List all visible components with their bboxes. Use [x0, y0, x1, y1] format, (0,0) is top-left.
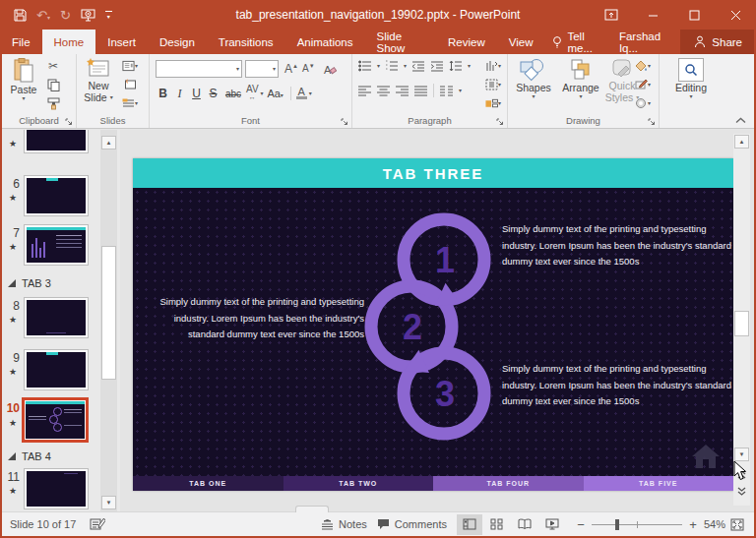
increase-indent-button[interactable] [430, 60, 444, 72]
numbering-button[interactable] [385, 60, 399, 72]
arrange-button[interactable]: Arrange ▾ [557, 58, 604, 99]
ribbon-display-options-button[interactable] [591, 0, 632, 30]
bold-button[interactable]: B [156, 87, 170, 100]
italic-button[interactable]: I [172, 87, 187, 101]
copy-button[interactable] [45, 77, 61, 92]
align-center-button[interactable] [377, 86, 390, 96]
change-case-button[interactable]: Aa▾ [266, 88, 285, 99]
increase-font-size-button[interactable]: A▲ [284, 62, 298, 76]
tab-design[interactable]: Design [148, 30, 207, 54]
minimize-button[interactable] [632, 0, 673, 30]
share-button[interactable]: Share [680, 30, 756, 54]
slide-thumbnail-11[interactable] [24, 468, 89, 509]
scrollbar-thumb[interactable] [734, 311, 749, 336]
scroll-up-button[interactable]: ▲ [101, 136, 116, 149]
close-button[interactable] [715, 0, 756, 30]
tab-insert[interactable]: Insert [95, 30, 148, 54]
subscript-abc-button[interactable]: abc [222, 89, 244, 99]
shapes-button[interactable]: Shapes ▾ [512, 58, 555, 99]
collapse-ribbon-button[interactable] [735, 117, 746, 124]
font-color-button[interactable]: A [296, 88, 307, 99]
section-header-tab4[interactable]: TAB 4 [8, 450, 51, 462]
slide-thumbnail-6[interactable] [24, 175, 89, 216]
tab-view[interactable]: View [497, 30, 545, 54]
columns-button[interactable] [440, 86, 453, 96]
section-button[interactable]: ▾ [122, 95, 138, 111]
start-from-beginning-icon[interactable] [81, 9, 95, 22]
slide-thumbnail-7[interactable] [24, 224, 89, 266]
slide-thumbnail-5[interactable] [24, 130, 89, 153]
zoom-slider[interactable] [592, 517, 682, 531]
decrease-font-size-button[interactable]: A▼ [302, 63, 315, 74]
tab-home[interactable]: Home [42, 30, 96, 54]
section-header-tab3[interactable]: TAB 3 [8, 277, 51, 289]
zoom-level[interactable]: 54% [704, 518, 725, 530]
tab-slide-show[interactable]: Slide Show [365, 30, 437, 54]
tab-review[interactable]: Review [436, 30, 497, 54]
slide-show-button[interactable] [539, 514, 565, 535]
zoom-slider-thumb[interactable] [615, 519, 619, 530]
editing-button[interactable]: Editing ▾ [669, 58, 713, 99]
undo-icon[interactable]: ↶▾ [36, 8, 50, 23]
redo-icon[interactable]: ↻ [60, 8, 71, 23]
footer-tab-one[interactable]: TAB ONE [133, 476, 284, 491]
character-spacing-button[interactable]: AV↔ [246, 86, 259, 101]
font-dialog-launcher[interactable] [341, 118, 348, 126]
underline-button[interactable]: U [189, 87, 204, 100]
align-text-button[interactable]: ▾ [485, 77, 501, 92]
save-icon[interactable] [14, 9, 27, 22]
format-painter-button[interactable] [45, 95, 61, 111]
slide-sorter-view-button[interactable] [484, 514, 510, 535]
slide-indicator[interactable]: Slide 10 of 17 [10, 518, 76, 530]
strikethrough-button[interactable]: S [206, 87, 220, 100]
shape-fill-button[interactable]: ▾ [631, 58, 655, 74]
scrollbar-thumb[interactable] [101, 246, 116, 380]
align-left-button[interactable] [358, 86, 371, 96]
step-3-text[interactable]: Simply dummy text of the printing and ty… [502, 361, 733, 410]
step-2-text[interactable]: Simply dummy text of the printing and ty… [148, 294, 364, 343]
font-name-combobox[interactable]: ▾ [156, 60, 242, 78]
normal-view-button[interactable] [457, 514, 482, 535]
step-1-text[interactable]: Simply dummy text of the printing and ty… [502, 221, 733, 270]
spell-check-icon[interactable] [90, 517, 105, 531]
slide-title-bar[interactable]: TAB THREE [133, 158, 733, 188]
drawing-dialog-launcher[interactable] [648, 118, 656, 126]
zoom-out-button[interactable]: − [575, 517, 587, 532]
shape-effects-button[interactable]: ▾ [631, 95, 655, 111]
tell-me-box[interactable]: Tell me... [544, 30, 610, 54]
new-slide-button[interactable]: New Slide▾ [79, 58, 118, 103]
convert-to-smartart-button[interactable]: ▾ [485, 95, 501, 111]
maximize-button[interactable] [673, 0, 715, 30]
scroll-up-button[interactable]: ▲ [734, 135, 749, 149]
clear-formatting-button[interactable]: A [323, 63, 337, 76]
bullets-button[interactable] [358, 60, 372, 72]
slide-thumbnail-9[interactable] [24, 349, 89, 390]
shape-outline-button[interactable]: ▾ [631, 77, 655, 92]
align-right-button[interactable] [396, 86, 409, 96]
reading-view-button[interactable] [512, 514, 537, 535]
decrease-indent-button[interactable] [411, 60, 425, 72]
splitter-handle[interactable] [295, 506, 329, 512]
tab-file[interactable]: File [0, 30, 42, 54]
customize-qat-icon[interactable]: ▾ [105, 11, 112, 20]
slide-thumbnail-10[interactable] [22, 397, 89, 443]
clipboard-dialog-launcher[interactable] [65, 118, 73, 126]
comments-toggle[interactable]: Comments [377, 518, 447, 530]
footer-tab-four[interactable]: TAB FOUR [433, 476, 584, 491]
reset-button[interactable] [122, 77, 138, 92]
account-name[interactable]: Farshad Iq... [611, 30, 680, 54]
zoom-in-button[interactable]: + [687, 517, 699, 532]
scroll-down-button[interactable]: ▼ [101, 496, 116, 509]
footer-tab-five[interactable]: TAB FIVE [584, 476, 734, 491]
tab-transitions[interactable]: Transitions [207, 30, 285, 54]
line-spacing-button[interactable] [449, 60, 463, 72]
home-icon[interactable] [692, 445, 720, 468]
paste-button[interactable]: Paste ▾ [6, 58, 41, 101]
slide-thumbnail-8[interactable] [24, 297, 89, 338]
cut-button[interactable]: ✂ [45, 58, 61, 74]
next-slide-button[interactable] [734, 484, 749, 498]
scroll-down-button[interactable]: ▼ [734, 448, 749, 461]
text-direction-button[interactable]: ▾ [485, 58, 501, 74]
notes-toggle[interactable]: Notes [321, 518, 367, 530]
tab-animations[interactable]: Animations [285, 30, 365, 54]
